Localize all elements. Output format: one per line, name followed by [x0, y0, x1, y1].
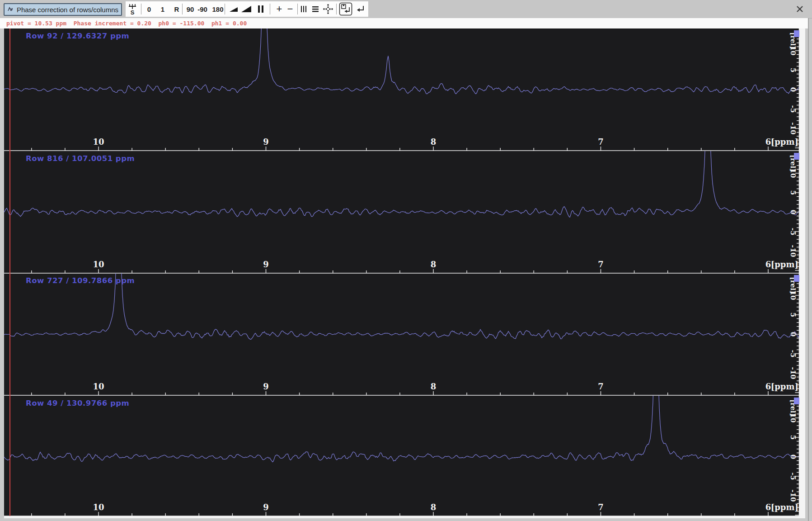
phase-button-label: Phase correction of rows/columns	[17, 6, 118, 14]
spectrum-canvas-3[interactable]: 109876[ppm]1050-5-10[rel]	[4, 273, 799, 396]
horizontal-layout-button[interactable]	[311, 1, 319, 17]
set-pivot-button[interactable]: S	[127, 1, 137, 17]
rel-tick-label: -5	[789, 227, 797, 235]
grid-layout-button[interactable]	[323, 1, 333, 17]
ppm-tick-label: 8	[431, 502, 437, 512]
ppm-tick-label: 8	[431, 137, 437, 147]
rel-tick-label: -10	[789, 489, 797, 502]
canvas-bottom-margin	[4, 516, 805, 518]
phase-minus90-button[interactable]: -90	[197, 1, 207, 17]
rel-tick-label: -10	[789, 122, 797, 134]
rel-tick-label: -10	[789, 367, 797, 379]
vertical-layout-button[interactable]	[300, 1, 307, 17]
ramp-steep-button[interactable]	[240, 1, 252, 17]
decrease-button[interactable]: −	[287, 1, 293, 17]
ppm-tick-label: 10	[93, 382, 104, 391]
toolbar: Phase correction of rows/columns S 0 1 R…	[0, 0, 812, 19]
separator	[270, 4, 270, 14]
rel-tick-label: -5	[789, 105, 797, 113]
rel-tick-label: -10	[789, 245, 797, 257]
ramp-shallow-button[interactable]	[229, 1, 239, 17]
phase-180-button[interactable]: 180	[212, 1, 223, 17]
spectrum-canvas-2[interactable]: 109876[ppm]1050-5-10[rel]	[4, 151, 799, 274]
close-button[interactable]	[793, 3, 806, 15]
close-icon	[796, 5, 804, 13]
ph0-button[interactable]: 0	[147, 1, 151, 17]
phase-correction-window: Phase correction of rows/columns S 0 1 R…	[0, 0, 812, 521]
ramp-steep-icon	[240, 5, 252, 14]
rel-tick-label: 5	[789, 313, 797, 317]
ppm-tick-label: 9	[263, 137, 269, 147]
row-marker	[794, 153, 799, 160]
row-label: Row 816 / 107.0051 ppm	[26, 154, 135, 163]
spectrum-panel-1: 109876[ppm]1050-5-10[rel]Row 92 / 129.63…	[0, 28, 812, 151]
ph1-button[interactable]: 1	[161, 1, 164, 17]
increase-button[interactable]: +	[277, 1, 282, 17]
ppm-unit-label: [ppm]	[771, 382, 798, 391]
pivot-scale-icon: S	[127, 2, 137, 16]
spectrum-panel-4: 109876[ppm]1050-5-10[rel]Row 49 / 130.97…	[0, 396, 812, 516]
return-icon	[354, 4, 366, 14]
rel-tick-label: -5	[789, 472, 797, 480]
ppm-tick-label: 8	[431, 382, 437, 391]
ppm-tick-label: 6	[765, 382, 771, 391]
ppm-tick-label: 6	[765, 502, 771, 512]
status-bar: pivot = 10.53 ppm Phase increment = 0.20…	[0, 18, 809, 28]
ppm-tick-label: 8	[431, 260, 437, 269]
pause-button[interactable]	[258, 1, 264, 17]
horizontal-lines-icon	[311, 5, 319, 13]
phase-correction-mode-button[interactable]: Phase correction of rows/columns	[4, 3, 122, 16]
ppm-tick-label: 7	[598, 137, 604, 147]
spectrum-canvas-4[interactable]: 109876[ppm]1050-5-10[rel]	[4, 396, 799, 516]
separator	[297, 4, 298, 14]
ppm-tick-label: 6	[765, 260, 771, 269]
rel-tick-label: 5	[789, 68, 797, 72]
separator	[141, 4, 141, 14]
rel-tick-label: 0	[789, 209, 797, 214]
row-marker	[794, 275, 799, 282]
ppm-tick-label: 10	[93, 137, 104, 147]
rel-tick-label: 5	[789, 435, 797, 439]
spectrum-panel-2: 109876[ppm]1050-5-10[rel]Row 816 / 107.0…	[0, 151, 812, 274]
ppm-tick-label: 7	[598, 382, 604, 391]
ppm-tick-label: 9	[263, 260, 269, 269]
rel-tick-label: 0	[789, 454, 797, 459]
ppm-tick-label: 10	[93, 260, 104, 269]
ppm-unit-label: [ppm]	[771, 260, 798, 269]
vertical-lines-icon	[300, 5, 307, 13]
pause-icon	[258, 5, 264, 13]
reset-button[interactable]: R	[174, 1, 179, 17]
ppm-tick-label: 7	[598, 502, 604, 512]
ppm-tick-label: 9	[263, 502, 269, 512]
save-return-icon	[339, 2, 352, 16]
ppm-unit-label: [ppm]	[771, 137, 798, 147]
rel-tick-label: 5	[789, 190, 797, 194]
separator	[182, 4, 183, 14]
svg-text:S: S	[131, 9, 135, 16]
ppm-tick-label: 6	[765, 137, 771, 147]
pivot-line[interactable]	[9, 28, 10, 516]
row-label: Row 92 / 129.6327 ppm	[26, 32, 129, 40]
separator	[336, 4, 337, 14]
phase-90-button[interactable]: 90	[187, 1, 194, 17]
spectrum-panel-3: 109876[ppm]1050-5-10[rel]Row 727 / 109.7…	[0, 273, 812, 396]
phase-wave-icon	[7, 4, 14, 15]
row-marker	[794, 398, 799, 404]
dot-grid-icon	[323, 4, 333, 14]
toolbar-button-strip: S 0 1 R 90 -90 180	[126, 1, 368, 17]
ppm-tick-label: 10	[93, 502, 104, 512]
rel-tick-label: 0	[789, 87, 797, 92]
row-label: Row 49 / 130.9766 ppm	[26, 399, 129, 407]
spectrum-canvas-1[interactable]: 109876[ppm]1050-5-10[rel]	[4, 28, 799, 151]
rel-tick-label: 0	[789, 332, 797, 336]
phase-parameters-text: pivot = 10.53 ppm Phase increment = 0.20…	[6, 20, 247, 27]
row-marker	[794, 30, 799, 37]
return-button[interactable]	[354, 1, 366, 17]
ppm-unit-label: [ppm]	[771, 502, 798, 512]
rel-tick-label: -5	[789, 350, 797, 358]
ramp-shallow-icon	[229, 5, 239, 14]
row-label: Row 727 / 109.7866 ppm	[26, 276, 135, 285]
ppm-tick-label: 9	[263, 382, 269, 391]
save-and-return-button[interactable]	[339, 1, 352, 17]
separator	[225, 4, 225, 14]
